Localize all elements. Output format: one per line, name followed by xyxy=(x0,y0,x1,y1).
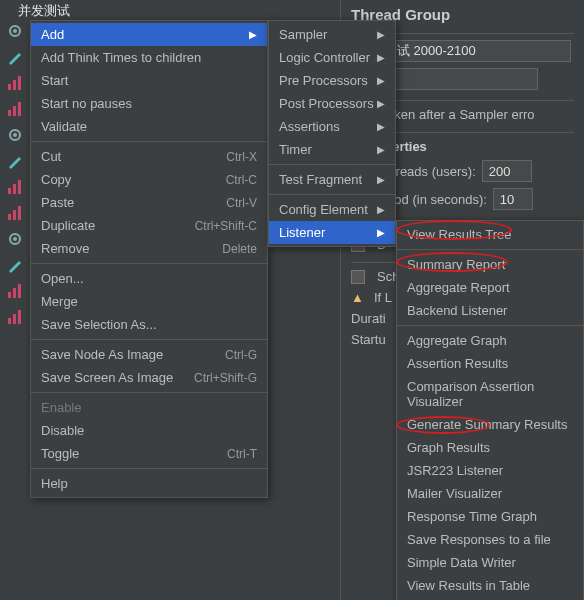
svg-rect-3 xyxy=(13,80,16,90)
listener-summary-report[interactable]: Summary Report xyxy=(397,253,583,276)
svg-point-1 xyxy=(13,29,17,33)
svg-rect-14 xyxy=(13,210,16,220)
svg-rect-7 xyxy=(18,102,21,116)
svg-rect-13 xyxy=(8,214,11,220)
listener-graph-results[interactable]: Graph Results xyxy=(397,436,583,459)
chart-icon[interactable] xyxy=(4,176,26,198)
menu-copy[interactable]: CopyCtrl-C xyxy=(31,168,267,191)
listener-comparison-assertion[interactable]: Comparison Assertion Visualizer xyxy=(397,375,583,413)
chart-icon[interactable] xyxy=(4,72,26,94)
listener-view-results-table[interactable]: View Results in Table xyxy=(397,574,583,597)
menu-merge[interactable]: Merge xyxy=(31,290,267,313)
svg-point-9 xyxy=(13,133,17,137)
menu-toggle[interactable]: ToggleCtrl-T xyxy=(31,442,267,465)
submenu-logic-controller[interactable]: Logic Controller▶ xyxy=(269,46,395,69)
tree-node-title[interactable]: 并发测试 xyxy=(12,0,76,22)
listener-view-results-tree[interactable]: View Results Tree xyxy=(397,223,583,246)
ifl-label: If L xyxy=(374,290,392,305)
listener-save-responses[interactable]: Save Responses to a file xyxy=(397,528,583,551)
sched-checkbox[interactable] xyxy=(351,270,365,284)
menu-separator xyxy=(31,392,267,393)
context-menu-add: Sampler▶ Logic Controller▶ Pre Processor… xyxy=(268,20,396,247)
menu-paste[interactable]: PasteCtrl-V xyxy=(31,191,267,214)
chart-icon[interactable] xyxy=(4,98,26,120)
gear-icon[interactable] xyxy=(4,124,26,146)
svg-rect-23 xyxy=(18,310,21,324)
chart-icon[interactable] xyxy=(4,202,26,224)
menu-validate[interactable]: Validate xyxy=(31,115,267,138)
submenu-post-processors[interactable]: Post Processors▶ xyxy=(269,92,395,115)
menu-start-no-pauses[interactable]: Start no pauses xyxy=(31,92,267,115)
context-menu-listener: View Results Tree Summary Report Aggrega… xyxy=(396,220,584,600)
submenu-test-fragment[interactable]: Test Fragment▶ xyxy=(269,168,395,191)
listener-response-time-graph[interactable]: Response Time Graph xyxy=(397,505,583,528)
context-menu-main: Add▶ Add Think Times to children Start S… xyxy=(30,20,268,498)
svg-rect-22 xyxy=(13,314,16,324)
comments-input[interactable] xyxy=(378,68,538,90)
startup-label: Startu xyxy=(351,332,386,347)
rampup-input[interactable] xyxy=(493,188,533,210)
listener-jsr223[interactable]: JSR223 Listener xyxy=(397,459,583,482)
submenu-config-element[interactable]: Config Element▶ xyxy=(269,198,395,221)
dropper-icon[interactable] xyxy=(4,150,26,172)
svg-rect-20 xyxy=(18,284,21,298)
gear-icon[interactable] xyxy=(4,228,26,250)
gear-icon[interactable] xyxy=(4,20,26,42)
menu-duplicate[interactable]: DuplicateCtrl+Shift-C xyxy=(31,214,267,237)
menu-cut[interactable]: CutCtrl-X xyxy=(31,145,267,168)
svg-rect-4 xyxy=(18,76,21,90)
menu-separator xyxy=(31,339,267,340)
submenu-timer[interactable]: Timer▶ xyxy=(269,138,395,161)
menu-separator xyxy=(31,141,267,142)
menu-save-screen-image[interactable]: Save Screen As ImageCtrl+Shift-G xyxy=(31,366,267,389)
submenu-sampler[interactable]: Sampler▶ xyxy=(269,23,395,46)
listener-mailer-visualizer[interactable]: Mailer Visualizer xyxy=(397,482,583,505)
svg-rect-15 xyxy=(18,206,21,220)
listener-aggregate-report[interactable]: Aggregate Report xyxy=(397,276,583,299)
svg-rect-19 xyxy=(13,288,16,298)
svg-rect-10 xyxy=(8,188,11,194)
menu-enable: Enable xyxy=(31,396,267,419)
svg-rect-6 xyxy=(13,106,16,116)
svg-rect-2 xyxy=(8,84,11,90)
submenu-assertions[interactable]: Assertions▶ xyxy=(269,115,395,138)
listener-generate-summary[interactable]: Generate Summary Results xyxy=(397,413,583,436)
threads-input[interactable] xyxy=(482,160,532,182)
listener-backend-listener[interactable]: Backend Listener xyxy=(397,299,583,322)
listener-assertion-results[interactable]: Assertion Results xyxy=(397,352,583,375)
submenu-listener[interactable]: Listener▶ xyxy=(269,221,395,244)
menu-separator xyxy=(397,249,583,250)
listener-aggregate-graph[interactable]: Aggregate Graph xyxy=(397,329,583,352)
menu-add-think-times[interactable]: Add Think Times to children xyxy=(31,46,267,69)
menu-separator xyxy=(31,263,267,264)
dropper-icon[interactable] xyxy=(4,46,26,68)
warning-icon: ▲ xyxy=(351,290,364,305)
menu-help[interactable]: Help xyxy=(31,472,267,495)
menu-start[interactable]: Start xyxy=(31,69,267,92)
menu-disable[interactable]: Disable xyxy=(31,419,267,442)
svg-rect-5 xyxy=(8,110,11,116)
chart-icon[interactable] xyxy=(4,280,26,302)
left-toolbar xyxy=(0,0,30,600)
chart-icon[interactable] xyxy=(4,306,26,328)
menu-remove[interactable]: RemoveDelete xyxy=(31,237,267,260)
svg-rect-18 xyxy=(8,292,11,298)
menu-add[interactable]: Add▶ xyxy=(31,23,267,46)
dropper-icon[interactable] xyxy=(4,254,26,276)
svg-rect-21 xyxy=(8,318,11,324)
menu-separator xyxy=(31,468,267,469)
listener-simple-data-writer[interactable]: Simple Data Writer xyxy=(397,551,583,574)
svg-point-17 xyxy=(13,237,17,241)
svg-rect-11 xyxy=(13,184,16,194)
submenu-pre-processors[interactable]: Pre Processors▶ xyxy=(269,69,395,92)
menu-open[interactable]: Open... xyxy=(31,267,267,290)
duration-label: Durati xyxy=(351,311,386,326)
svg-rect-12 xyxy=(18,180,21,194)
menu-separator xyxy=(269,164,395,165)
menu-save-node-image[interactable]: Save Node As ImageCtrl-G xyxy=(31,343,267,366)
menu-separator xyxy=(269,194,395,195)
menu-separator xyxy=(397,325,583,326)
menu-save-selection[interactable]: Save Selection As... xyxy=(31,313,267,336)
